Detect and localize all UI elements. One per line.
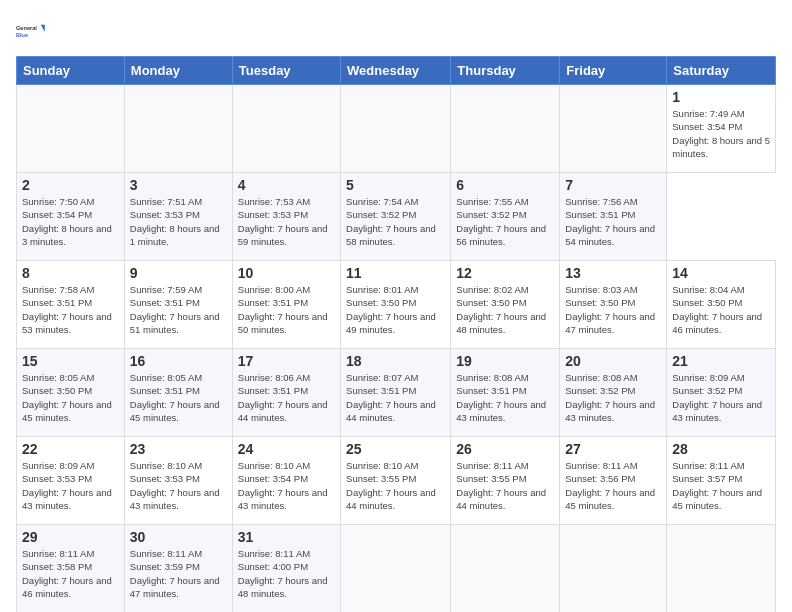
day-number: 12 [456, 265, 554, 281]
day-cell-9: 9Sunrise: 7:59 AMSunset: 3:51 PMDaylight… [124, 261, 232, 349]
day-cell-13: 13Sunrise: 8:03 AMSunset: 3:50 PMDayligh… [560, 261, 667, 349]
day-info: Sunrise: 8:02 AMSunset: 3:50 PMDaylight:… [456, 283, 554, 336]
day-cell-11: 11Sunrise: 8:01 AMSunset: 3:50 PMDayligh… [341, 261, 451, 349]
logo-icon: GeneralBlue [16, 16, 48, 48]
day-number: 31 [238, 529, 335, 545]
day-info: Sunrise: 7:49 AMSunset: 3:54 PMDaylight:… [672, 107, 770, 160]
empty-cell [17, 85, 125, 173]
day-cell-27: 27Sunrise: 8:11 AMSunset: 3:56 PMDayligh… [560, 437, 667, 525]
day-info: Sunrise: 8:09 AMSunset: 3:53 PMDaylight:… [22, 459, 119, 512]
day-info: Sunrise: 7:59 AMSunset: 3:51 PMDaylight:… [130, 283, 227, 336]
day-info: Sunrise: 8:11 AMSunset: 3:56 PMDaylight:… [565, 459, 661, 512]
empty-cell [667, 525, 776, 613]
day-number: 15 [22, 353, 119, 369]
day-info: Sunrise: 8:01 AMSunset: 3:50 PMDaylight:… [346, 283, 445, 336]
day-info: Sunrise: 8:04 AMSunset: 3:50 PMDaylight:… [672, 283, 770, 336]
day-info: Sunrise: 8:10 AMSunset: 3:53 PMDaylight:… [130, 459, 227, 512]
day-info: Sunrise: 8:07 AMSunset: 3:51 PMDaylight:… [346, 371, 445, 424]
empty-cell [341, 85, 451, 173]
day-cell-15: 15Sunrise: 8:05 AMSunset: 3:50 PMDayligh… [17, 349, 125, 437]
day-number: 23 [130, 441, 227, 457]
calendar-week-5: 22Sunrise: 8:09 AMSunset: 3:53 PMDayligh… [17, 437, 776, 525]
day-number: 20 [565, 353, 661, 369]
day-cell-25: 25Sunrise: 8:10 AMSunset: 3:55 PMDayligh… [341, 437, 451, 525]
day-cell-22: 22Sunrise: 8:09 AMSunset: 3:53 PMDayligh… [17, 437, 125, 525]
day-info: Sunrise: 7:53 AMSunset: 3:53 PMDaylight:… [238, 195, 335, 248]
column-header-tuesday: Tuesday [232, 57, 340, 85]
day-info: Sunrise: 8:11 AMSunset: 4:00 PMDaylight:… [238, 547, 335, 600]
day-cell-3: 3Sunrise: 7:51 AMSunset: 3:53 PMDaylight… [124, 173, 232, 261]
day-info: Sunrise: 7:51 AMSunset: 3:53 PMDaylight:… [130, 195, 227, 248]
empty-cell [451, 85, 560, 173]
day-number: 29 [22, 529, 119, 545]
day-info: Sunrise: 8:08 AMSunset: 3:51 PMDaylight:… [456, 371, 554, 424]
day-cell-4: 4Sunrise: 7:53 AMSunset: 3:53 PMDaylight… [232, 173, 340, 261]
day-cell-16: 16Sunrise: 8:05 AMSunset: 3:51 PMDayligh… [124, 349, 232, 437]
day-info: Sunrise: 7:56 AMSunset: 3:51 PMDaylight:… [565, 195, 661, 248]
day-number: 10 [238, 265, 335, 281]
day-number: 3 [130, 177, 227, 193]
day-number: 9 [130, 265, 227, 281]
day-cell-14: 14Sunrise: 8:04 AMSunset: 3:50 PMDayligh… [667, 261, 776, 349]
day-number: 6 [456, 177, 554, 193]
calendar-week-4: 15Sunrise: 8:05 AMSunset: 3:50 PMDayligh… [17, 349, 776, 437]
day-cell-10: 10Sunrise: 8:00 AMSunset: 3:51 PMDayligh… [232, 261, 340, 349]
day-number: 17 [238, 353, 335, 369]
empty-cell [560, 525, 667, 613]
empty-cell [124, 85, 232, 173]
day-cell-8: 8Sunrise: 7:58 AMSunset: 3:51 PMDaylight… [17, 261, 125, 349]
day-info: Sunrise: 8:08 AMSunset: 3:52 PMDaylight:… [565, 371, 661, 424]
column-header-thursday: Thursday [451, 57, 560, 85]
day-cell-20: 20Sunrise: 8:08 AMSunset: 3:52 PMDayligh… [560, 349, 667, 437]
column-header-sunday: Sunday [17, 57, 125, 85]
empty-cell [560, 85, 667, 173]
day-cell-26: 26Sunrise: 8:11 AMSunset: 3:55 PMDayligh… [451, 437, 560, 525]
page-header: GeneralBlue [16, 16, 776, 48]
empty-cell [232, 85, 340, 173]
column-header-wednesday: Wednesday [341, 57, 451, 85]
day-cell-7: 7Sunrise: 7:56 AMSunset: 3:51 PMDaylight… [560, 173, 667, 261]
day-cell-24: 24Sunrise: 8:10 AMSunset: 3:54 PMDayligh… [232, 437, 340, 525]
day-cell-28: 28Sunrise: 8:11 AMSunset: 3:57 PMDayligh… [667, 437, 776, 525]
day-cell-12: 12Sunrise: 8:02 AMSunset: 3:50 PMDayligh… [451, 261, 560, 349]
day-cell-19: 19Sunrise: 8:08 AMSunset: 3:51 PMDayligh… [451, 349, 560, 437]
day-number: 24 [238, 441, 335, 457]
day-number: 13 [565, 265, 661, 281]
day-info: Sunrise: 7:50 AMSunset: 3:54 PMDaylight:… [22, 195, 119, 248]
day-number: 7 [565, 177, 661, 193]
day-cell-17: 17Sunrise: 8:06 AMSunset: 3:51 PMDayligh… [232, 349, 340, 437]
header-row: SundayMondayTuesdayWednesdayThursdayFrid… [17, 57, 776, 85]
day-number: 4 [238, 177, 335, 193]
day-number: 21 [672, 353, 770, 369]
day-cell-18: 18Sunrise: 8:07 AMSunset: 3:51 PMDayligh… [341, 349, 451, 437]
day-number: 28 [672, 441, 770, 457]
column-header-saturday: Saturday [667, 57, 776, 85]
svg-text:Blue: Blue [16, 32, 28, 38]
day-number: 2 [22, 177, 119, 193]
day-info: Sunrise: 8:06 AMSunset: 3:51 PMDaylight:… [238, 371, 335, 424]
day-number: 25 [346, 441, 445, 457]
column-header-friday: Friday [560, 57, 667, 85]
svg-text:General: General [16, 25, 37, 31]
day-number: 18 [346, 353, 445, 369]
day-cell-23: 23Sunrise: 8:10 AMSunset: 3:53 PMDayligh… [124, 437, 232, 525]
day-cell-2: 2Sunrise: 7:50 AMSunset: 3:54 PMDaylight… [17, 173, 125, 261]
day-cell-30: 30Sunrise: 8:11 AMSunset: 3:59 PMDayligh… [124, 525, 232, 613]
day-info: Sunrise: 8:05 AMSunset: 3:50 PMDaylight:… [22, 371, 119, 424]
calendar-week-6: 29Sunrise: 8:11 AMSunset: 3:58 PMDayligh… [17, 525, 776, 613]
day-info: Sunrise: 8:00 AMSunset: 3:51 PMDaylight:… [238, 283, 335, 336]
logo: GeneralBlue [16, 16, 48, 48]
svg-marker-2 [41, 25, 45, 32]
day-info: Sunrise: 8:05 AMSunset: 3:51 PMDaylight:… [130, 371, 227, 424]
day-info: Sunrise: 8:11 AMSunset: 3:57 PMDaylight:… [672, 459, 770, 512]
day-number: 14 [672, 265, 770, 281]
empty-cell [451, 525, 560, 613]
day-number: 26 [456, 441, 554, 457]
calendar-week-3: 8Sunrise: 7:58 AMSunset: 3:51 PMDaylight… [17, 261, 776, 349]
day-number: 16 [130, 353, 227, 369]
day-info: Sunrise: 8:11 AMSunset: 3:58 PMDaylight:… [22, 547, 119, 600]
calendar-table: SundayMondayTuesdayWednesdayThursdayFrid… [16, 56, 776, 612]
day-info: Sunrise: 7:55 AMSunset: 3:52 PMDaylight:… [456, 195, 554, 248]
day-info: Sunrise: 8:10 AMSunset: 3:54 PMDaylight:… [238, 459, 335, 512]
day-info: Sunrise: 8:11 AMSunset: 3:59 PMDaylight:… [130, 547, 227, 600]
